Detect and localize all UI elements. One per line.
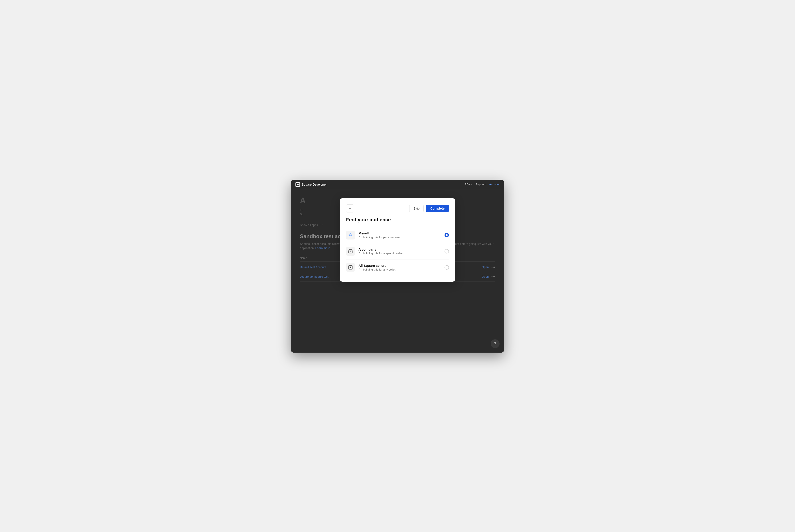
svg-rect-2 xyxy=(350,251,351,253)
option-company[interactable]: A company I'm building this for a specif… xyxy=(346,243,449,260)
option-all-sellers-radio[interactable] xyxy=(444,265,449,270)
radio-inner-myself xyxy=(446,234,448,236)
modal-title: Find your audience xyxy=(346,217,449,223)
person-icon xyxy=(348,233,353,238)
option-company-label: A company xyxy=(358,247,444,251)
modal-header: ← Skip Complete xyxy=(346,205,449,212)
option-all-sellers-icon xyxy=(346,263,355,272)
modal-header-actions: Skip Complete xyxy=(409,205,449,212)
option-myself-radio[interactable] xyxy=(444,233,449,237)
skip-button[interactable]: Skip xyxy=(409,205,424,212)
option-company-desc: I'm building this for a specific seller. xyxy=(358,252,444,255)
option-all-sellers-desc: I'm building this for any seller. xyxy=(358,268,444,271)
nav-bar: Square Developer SDKs Support Account xyxy=(291,179,504,189)
brand-name: Square Developer xyxy=(302,183,327,186)
svg-rect-4 xyxy=(349,267,351,268)
option-all-sellers-text: All Square sellers I'm building this for… xyxy=(358,264,444,271)
nav-logo: Square Developer xyxy=(296,182,327,187)
option-company-icon xyxy=(346,247,355,256)
logo-inner xyxy=(297,184,299,185)
option-myself-text: Myself I'm building this for personal us… xyxy=(358,231,444,239)
back-button[interactable]: ← xyxy=(346,205,354,212)
nav-account[interactable]: Account xyxy=(489,183,499,186)
option-myself-desc: I'm building this for personal use xyxy=(358,235,444,239)
svg-point-0 xyxy=(349,233,351,235)
nav-sdks[interactable]: SDKs xyxy=(465,183,472,186)
modal-overlay: ← Skip Complete Find your audience xyxy=(291,189,504,353)
option-all-sellers[interactable]: All Square sellers I'm building this for… xyxy=(346,260,449,276)
modal-dialog: ← Skip Complete Find your audience xyxy=(340,198,455,282)
page-content: A Eu Sc Show all apps • • • Sandbox test… xyxy=(291,189,504,353)
square-sellers-icon xyxy=(348,265,353,270)
option-myself-label: Myself xyxy=(358,231,444,235)
nav-links: SDKs Support Account xyxy=(465,183,499,186)
option-company-text: A company I'm building this for a specif… xyxy=(358,247,444,255)
option-all-sellers-label: All Square sellers xyxy=(358,264,444,267)
option-company-radio[interactable] xyxy=(444,249,449,253)
browser-window: Square Developer SDKs Support Account A … xyxy=(291,179,504,353)
complete-button[interactable]: Complete xyxy=(426,205,449,212)
nav-support[interactable]: Support xyxy=(475,183,486,186)
svg-rect-1 xyxy=(349,251,353,253)
option-myself[interactable]: Myself I'm building this for personal us… xyxy=(346,227,449,243)
store-icon xyxy=(348,249,353,254)
square-logo-icon xyxy=(296,182,300,187)
option-myself-icon xyxy=(346,231,355,240)
